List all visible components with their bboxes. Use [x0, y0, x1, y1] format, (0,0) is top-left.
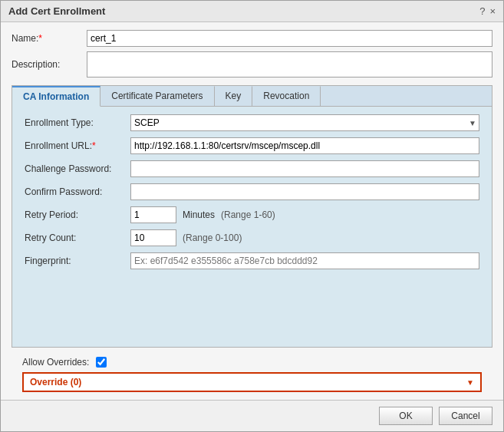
tab-ca-information[interactable]: CA Information: [12, 86, 100, 107]
enrollment-url-input[interactable]: [130, 137, 479, 154]
challenge-password-input[interactable]: [130, 160, 479, 177]
name-label: Name:*: [12, 33, 81, 44]
description-input[interactable]: [87, 51, 492, 77]
challenge-password-label: Challenge Password:: [25, 163, 124, 174]
allow-overrides-row: Allow Overrides:: [22, 357, 482, 368]
enrollment-url-label: Enrollment URL:*: [25, 140, 124, 151]
retry-count-row: Retry Count: (Range 0-100): [25, 229, 479, 246]
fingerprint-label: Fingerprint:: [25, 256, 124, 266]
confirm-password-row: Confirm Password:: [25, 183, 479, 200]
override-dropdown-arrow: ▼: [466, 378, 474, 387]
retry-period-label: Retry Period:: [25, 209, 124, 220]
retry-count-range: (Range 0-100): [183, 232, 242, 243]
ca-info-tab-content: Enrollment Type: SCEP PKCS12 Manual ▼ En…: [12, 107, 492, 347]
name-required: *: [38, 33, 42, 44]
enrollment-type-wrapper: SCEP PKCS12 Manual ▼: [130, 114, 479, 131]
tab-key[interactable]: Key: [215, 86, 253, 106]
name-row: Name:*: [12, 30, 492, 47]
retry-count-label: Retry Count:: [25, 232, 124, 243]
help-button[interactable]: ?: [479, 5, 485, 17]
dialog-titlebar: Add Cert Enrollment ? ×: [1, 1, 503, 22]
ok-button[interactable]: OK: [379, 407, 433, 425]
override-label: Override (0): [30, 377, 81, 387]
cancel-button[interactable]: Cancel: [439, 407, 492, 425]
tab-revocation[interactable]: Revocation: [252, 86, 321, 106]
name-input[interactable]: [87, 30, 492, 47]
challenge-password-row: Challenge Password:: [25, 160, 479, 177]
tabs-container: CA Information Certificate Parameters Ke…: [12, 85, 492, 348]
tab-certificate-parameters[interactable]: Certificate Parameters: [100, 86, 214, 106]
dialog-body: Name:* Description: CA Information Certi…: [1, 22, 503, 400]
bottom-area: Allow Overrides: Override (0) ▼: [12, 352, 492, 392]
enrollment-type-row: Enrollment Type: SCEP PKCS12 Manual ▼: [25, 114, 479, 131]
enrollment-type-label: Enrollment Type:: [25, 117, 124, 128]
fingerprint-row: Fingerprint:: [25, 252, 479, 269]
retry-period-input[interactable]: [130, 206, 176, 223]
enrollment-type-select[interactable]: SCEP PKCS12 Manual: [130, 114, 479, 131]
add-cert-enrollment-dialog: Add Cert Enrollment ? × Name:* Descripti…: [0, 0, 504, 432]
retry-count-input[interactable]: [130, 229, 176, 246]
dialog-footer: OK Cancel: [1, 400, 503, 431]
retry-period-unit: Minutes: [183, 209, 215, 220]
enrollment-url-required: *: [92, 140, 96, 151]
enrollment-url-row: Enrollment URL:*: [25, 137, 479, 154]
retry-period-range: (Range 1-60): [221, 209, 275, 220]
description-row: Description:: [12, 51, 492, 77]
dialog-title: Add Cert Enrollment: [8, 5, 105, 17]
allow-overrides-label: Allow Overrides:: [22, 357, 91, 368]
description-label: Description:: [12, 59, 81, 70]
retry-period-row: Retry Period: Minutes (Range 1-60): [25, 206, 479, 223]
allow-overrides-checkbox[interactable]: [96, 357, 107, 368]
override-dropdown[interactable]: Override (0) ▼: [22, 372, 482, 392]
close-button[interactable]: ×: [489, 5, 496, 17]
confirm-password-label: Confirm Password:: [25, 186, 124, 197]
tabs-bar: CA Information Certificate Parameters Ke…: [12, 86, 492, 107]
fingerprint-input[interactable]: [130, 252, 479, 269]
confirm-password-input[interactable]: [130, 183, 479, 200]
title-controls: ? ×: [479, 5, 496, 17]
